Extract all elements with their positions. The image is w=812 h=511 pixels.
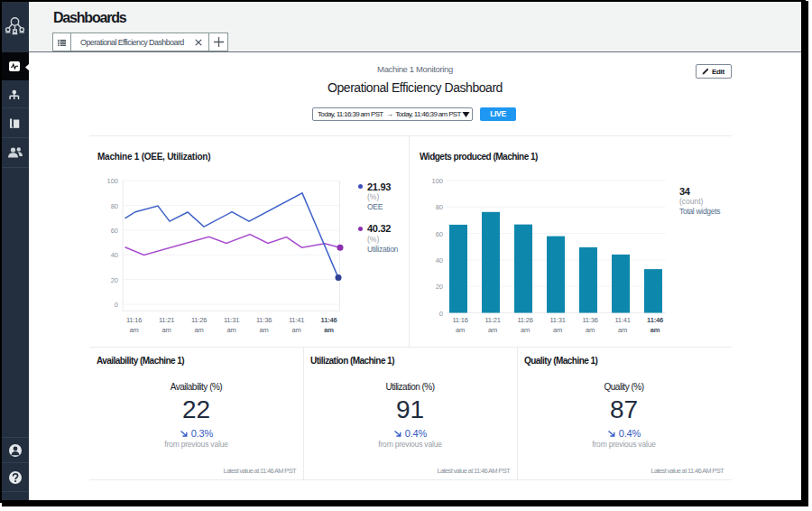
svg-text:40: 40 — [436, 256, 443, 265]
svg-text:20: 20 — [111, 276, 118, 284]
svg-text:11:46: 11:46 — [321, 316, 337, 324]
svg-text:11:41: 11:41 — [289, 316, 304, 324]
svg-text:am: am — [456, 326, 465, 334]
svg-text:11:36: 11:36 — [582, 316, 597, 324]
svg-text:am: am — [586, 326, 595, 334]
svg-text:am: am — [521, 326, 530, 334]
svg-text:am: am — [651, 326, 660, 334]
svg-text:am: am — [324, 326, 334, 334]
svg-text:0: 0 — [439, 310, 443, 318]
svg-text:40: 40 — [111, 251, 118, 259]
svg-text:11:36: 11:36 — [256, 316, 272, 324]
svg-text:60: 60 — [436, 230, 443, 238]
svg-text:11:31: 11:31 — [224, 316, 239, 324]
svg-text:11:41: 11:41 — [614, 316, 630, 324]
svg-text:am: am — [129, 326, 138, 334]
svg-text:100: 100 — [431, 177, 443, 185]
svg-text:11:21: 11:21 — [484, 316, 500, 324]
svg-text:80: 80 — [436, 203, 443, 211]
svg-text:0: 0 — [115, 301, 118, 309]
svg-text:11:31: 11:31 — [549, 316, 565, 324]
svg-text:11:46: 11:46 — [647, 316, 663, 324]
svg-text:am: am — [194, 326, 203, 334]
svg-text:100: 100 — [106, 177, 118, 185]
svg-text:11:16: 11:16 — [452, 316, 467, 324]
svg-text:20: 20 — [436, 283, 443, 291]
svg-text:11:26: 11:26 — [517, 316, 532, 324]
svg-text:80: 80 — [111, 202, 118, 210]
svg-text:am: am — [553, 326, 562, 334]
svg-text:am: am — [618, 326, 627, 334]
svg-text:60: 60 — [111, 227, 118, 235]
svg-text:am: am — [488, 326, 497, 334]
svg-text:11:21: 11:21 — [159, 316, 174, 324]
svg-text:am: am — [161, 326, 171, 334]
svg-text:11:16: 11:16 — [126, 316, 142, 324]
svg-text:am: am — [226, 326, 235, 334]
svg-text:am: am — [259, 326, 268, 334]
svg-text:am: am — [291, 326, 300, 334]
svg-text:11:26: 11:26 — [191, 316, 207, 324]
